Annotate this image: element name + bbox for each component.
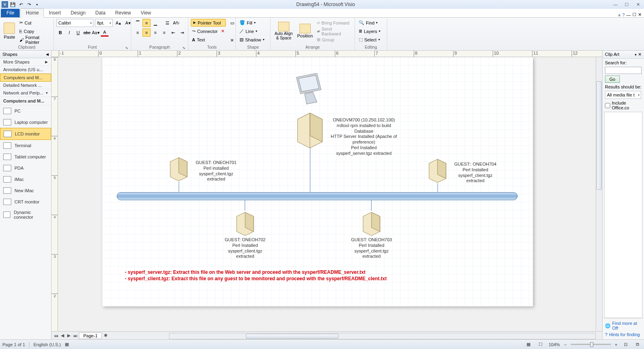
- font-name-combo[interactable]: Calibri: [56, 19, 93, 27]
- tab-insert[interactable]: Insert: [44, 9, 66, 17]
- rectangle-tool-icon[interactable]: ▭: [228, 19, 236, 27]
- conn-g4[interactable]: [438, 183, 438, 192]
- server-main-shape[interactable]: [295, 111, 324, 148]
- align-middle-icon[interactable]: ≡: [142, 19, 151, 27]
- help-icon[interactable]: ?: [622, 12, 625, 17]
- doc-restore-icon[interactable]: ☐: [632, 12, 636, 17]
- zoom-thumb[interactable]: [590, 342, 593, 347]
- next-page-icon[interactable]: ▶: [66, 333, 72, 338]
- lcd-monitor-shape[interactable]: [292, 73, 325, 106]
- last-page-icon[interactable]: ⏭: [72, 333, 78, 338]
- bring-forward-button[interactable]: ▱Bring Forward: [316, 19, 352, 27]
- select-button[interactable]: ⬚Select▾: [357, 36, 382, 43]
- network-bus[interactable]: [117, 192, 518, 200]
- line-button[interactable]: ／Line▾: [238, 27, 266, 35]
- vscroll-thumb[interactable]: [597, 81, 602, 190]
- shape-pc[interactable]: PC: [0, 105, 51, 117]
- connector-tool-button[interactable]: ⤳Connector✕: [191, 27, 226, 35]
- guest2-text[interactable]: GUEST: ONEOH702Perl Installedsysperf_cli…: [219, 237, 271, 259]
- copy-button[interactable]: ⎘Copy: [18, 27, 51, 35]
- guest1-text[interactable]: GUEST: ONEOH701Perl installedsysperf_cli…: [190, 160, 242, 182]
- guest4-shape[interactable]: [427, 158, 448, 183]
- align-right-icon[interactable]: ≡: [151, 29, 159, 37]
- format-painter-button[interactable]: 🖌Format Painter: [18, 36, 51, 43]
- align-justify-icon[interactable]: ≡: [160, 29, 168, 37]
- case-icon[interactable]: Aa▾: [92, 29, 100, 37]
- hscroll-thumb[interactable]: [246, 334, 339, 339]
- strike-icon[interactable]: abc: [83, 29, 91, 37]
- position-button[interactable]: Position: [296, 19, 314, 43]
- fit-page-icon[interactable]: ⊡: [621, 341, 630, 349]
- align-top-icon[interactable]: ▔: [134, 19, 142, 27]
- go-button[interactable]: Go: [605, 76, 620, 83]
- zoom-in-icon[interactable]: +: [615, 342, 617, 347]
- doc-close-icon[interactable]: ✕: [638, 12, 642, 17]
- rotate-text-icon[interactable]: A↻: [172, 19, 180, 27]
- underline-icon[interactable]: U: [74, 29, 82, 37]
- font-dialog-icon[interactable]: ⬊: [125, 46, 128, 50]
- view-normal-icon[interactable]: ▦: [524, 341, 533, 349]
- zoom-slider[interactable]: [571, 344, 611, 345]
- minimize-icon[interactable]: —: [611, 1, 620, 8]
- align-center-icon[interactable]: ≡: [142, 29, 151, 37]
- page-tab-1[interactable]: Page-1: [79, 333, 102, 339]
- drawing-page[interactable]: ONEOVM700 (10.250.102.100) rrdtool rpm i…: [102, 57, 533, 306]
- ribbon-min-icon[interactable]: ▵: [618, 12, 621, 17]
- undo-icon[interactable]: ↶: [18, 1, 24, 8]
- fill-button[interactable]: 🪣Fill▾: [238, 19, 266, 27]
- cut-button[interactable]: ✂Cut: [18, 19, 51, 27]
- shape-terminal[interactable]: Terminal: [0, 140, 51, 151]
- stencil-detailed-network[interactable]: Detailed Network ...: [0, 82, 51, 89]
- tab-file[interactable]: File: [1, 9, 20, 17]
- tab-view[interactable]: View: [136, 9, 156, 17]
- tab-home[interactable]: Home: [21, 8, 44, 18]
- shadow-button[interactable]: ▧Shadow▾: [238, 36, 266, 43]
- vscroll[interactable]: [596, 57, 602, 331]
- stencil-computers[interactable]: Computers and M...: [0, 74, 51, 82]
- italic-icon[interactable]: I: [65, 29, 73, 37]
- stencil-annotations[interactable]: Annotations (US u...: [0, 66, 51, 74]
- inc-indent-icon[interactable]: ⇥: [178, 29, 186, 37]
- stencil-network-periph[interactable]: Network and Perip...▾: [0, 89, 51, 97]
- clipart-dropdown-icon[interactable]: ▾: [635, 53, 637, 57]
- shape-lcd-monitor[interactable]: LCD monitor: [0, 128, 51, 140]
- shape-pda[interactable]: PDA: [0, 162, 51, 174]
- close-icon[interactable]: ✕: [634, 1, 642, 8]
- restore-icon[interactable]: ☐: [622, 1, 631, 8]
- bullets-icon[interactable]: ☰: [163, 19, 171, 27]
- zoom-out-icon[interactable]: −: [564, 342, 566, 347]
- shape-new-imac[interactable]: New iMac: [0, 185, 51, 196]
- layers-button[interactable]: ≣Layers▾: [357, 27, 382, 35]
- tab-data[interactable]: Data: [91, 9, 110, 17]
- bold-icon[interactable]: B: [56, 29, 64, 37]
- qat-dropdown-icon[interactable]: ▾: [34, 1, 40, 8]
- pointer-tool-button[interactable]: ➤Pointer Tool: [191, 19, 226, 27]
- conn-g1[interactable]: [179, 182, 179, 192]
- note-1[interactable]: - sysperf_server.tgz: Extract this file …: [125, 269, 365, 275]
- find-button[interactable]: 🔍Find▾: [357, 19, 382, 27]
- media-types-combo[interactable]: All media file t: [605, 91, 641, 99]
- clipart-close-icon[interactable]: ✕: [638, 52, 642, 57]
- conn-main[interactable]: [310, 148, 310, 192]
- font-color-icon[interactable]: A: [101, 29, 109, 37]
- doc-min-icon[interactable]: —: [626, 12, 631, 17]
- new-page-icon[interactable]: ✱: [103, 333, 108, 338]
- align-bottom-icon[interactable]: ▁: [151, 19, 159, 27]
- shapes-collapse-icon[interactable]: ◀: [46, 52, 49, 56]
- search-input[interactable]: [605, 67, 642, 74]
- shrink-font-icon[interactable]: A▾: [124, 19, 132, 27]
- first-page-icon[interactable]: ⏮: [53, 333, 59, 338]
- switch-window-icon[interactable]: ⧉: [634, 341, 642, 349]
- align-left-icon[interactable]: ≡: [134, 29, 142, 37]
- text-tool-button[interactable]: AText: [191, 36, 226, 43]
- guest3-shape[interactable]: [361, 211, 382, 236]
- shape-imac[interactable]: iMac: [0, 174, 51, 185]
- shape-tablet[interactable]: Tablet computer: [0, 151, 51, 162]
- redo-icon[interactable]: ↷: [26, 1, 32, 8]
- guest2-shape[interactable]: [235, 211, 255, 236]
- tab-review[interactable]: Review: [110, 9, 136, 17]
- canvas-viewport[interactable]: ONEOVM700 (10.250.102.100) rrdtool rpm i…: [58, 57, 602, 331]
- prev-page-icon[interactable]: ◀: [60, 333, 65, 338]
- autoalign-button[interactable]: Auto Align & Space: [273, 19, 295, 43]
- guest4-text[interactable]: GUEST:: ONEOH704Perl Installedsysperf_cl…: [449, 162, 502, 184]
